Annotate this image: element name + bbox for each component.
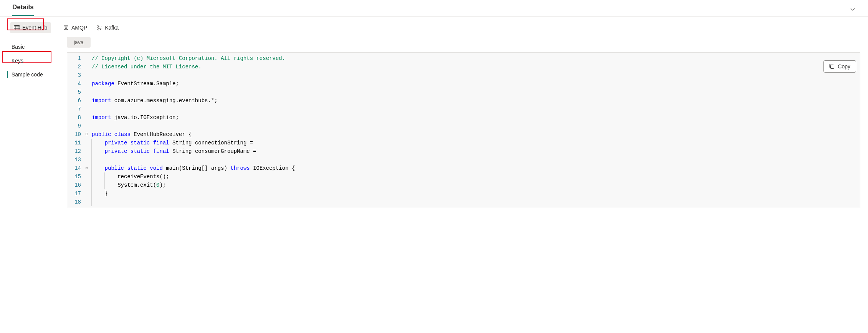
- tab-event-hub-label: Event Hub: [22, 25, 47, 31]
- sidebar-item-basic[interactable]: Basic: [7, 40, 59, 54]
- svg-point-6: [98, 27, 99, 28]
- svg-line-13: [99, 28, 100, 28]
- svg-point-9: [100, 28, 101, 29]
- event-hub-icon: [14, 25, 20, 31]
- code-viewer: Copy 1 2 3 4 5 6 7 8 9 10 11: [67, 52, 860, 208]
- amqp-icon: [63, 25, 69, 31]
- svg-point-5: [98, 25, 99, 26]
- sidebar-item-sample-code[interactable]: Sample code: [7, 68, 59, 81]
- tab-amqp[interactable]: AMQP: [59, 22, 91, 33]
- kafka-icon: [96, 25, 103, 31]
- copy-icon: [829, 64, 835, 69]
- content-area: Event Hub Basic Keys Sample code AMQP: [0, 17, 868, 208]
- line-number-gutter: 1 2 3 4 5 6 7 8 9 10 11 12 13 14: [67, 53, 84, 208]
- tab-kafka[interactable]: Kafka: [93, 22, 122, 33]
- side-nav: Basic Keys Sample code: [7, 40, 59, 81]
- svg-rect-0: [14, 26, 20, 30]
- svg-line-12: [99, 27, 100, 27]
- chevron-down-icon[interactable]: [847, 3, 859, 17]
- fold-gutter: ⊟ ⊟: [84, 53, 89, 208]
- tab-event-hub[interactable]: Event Hub: [10, 22, 51, 33]
- tab-amqp-label: AMQP: [71, 25, 87, 31]
- protocol-tabs-rest: AMQP Kafka: [59, 22, 865, 33]
- protocol-tabs: Event Hub: [7, 22, 59, 33]
- svg-rect-14: [831, 65, 834, 69]
- fold-icon[interactable]: ⊟: [84, 130, 89, 139]
- details-tab[interactable]: Details: [12, 3, 34, 16]
- tab-kafka-label: Kafka: [105, 25, 119, 31]
- copy-button[interactable]: Copy: [823, 60, 856, 73]
- details-header: Details: [0, 0, 868, 17]
- main-panel: java Copy 1 2 3 4 5 6 7: [59, 37, 865, 208]
- code-text[interactable]: // Copyright (c) Microsoft Corporation. …: [89, 53, 860, 208]
- sidebar-item-keys[interactable]: Keys: [7, 54, 59, 68]
- svg-point-7: [98, 29, 99, 30]
- language-pill[interactable]: java: [67, 37, 91, 48]
- copy-label: Copy: [838, 63, 850, 70]
- svg-point-8: [100, 26, 101, 27]
- fold-icon[interactable]: ⊟: [84, 164, 89, 172]
